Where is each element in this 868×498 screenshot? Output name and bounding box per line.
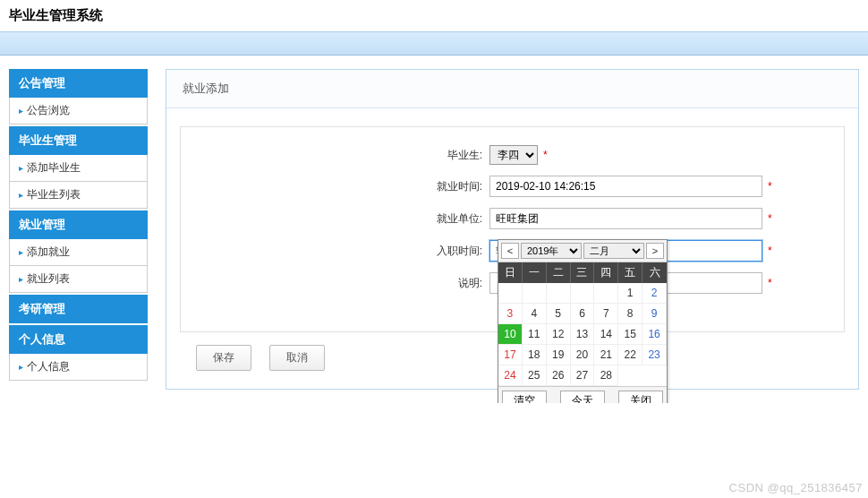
dp-day[interactable]: 11 (523, 324, 547, 345)
dp-weekday: 一 (523, 262, 547, 283)
dp-day-empty (547, 283, 571, 304)
label-hiretime: 入职时间: (194, 244, 489, 259)
nav-item-label: 添加就业 (27, 245, 70, 260)
dp-today-button[interactable]: 今天 (560, 391, 605, 403)
dp-weekday: 三 (571, 262, 595, 283)
dp-day[interactable]: 15 (618, 324, 642, 345)
dp-day[interactable]: 6 (571, 304, 595, 324)
dp-year-select[interactable]: 2019年 (521, 243, 582, 259)
nav-item-label: 公告浏览 (27, 103, 70, 118)
dp-weekday: 四 (594, 262, 618, 283)
dp-day[interactable]: 28 (594, 365, 618, 386)
dp-header: < 2019年 二月 > (498, 240, 667, 262)
dp-footer: 清空 今天 关闭 (498, 386, 667, 403)
dp-day[interactable]: 5 (547, 304, 571, 324)
dp-day[interactable]: 16 (642, 324, 667, 345)
dp-next[interactable]: > (646, 243, 664, 259)
label-company: 就业单位: (194, 211, 489, 227)
nav-header[interactable]: 就业管理 (9, 210, 148, 239)
dp-close-button[interactable]: 关闭 (618, 391, 663, 403)
nav-section: 毕业生管理▸添加毕业生▸毕业生列表 (9, 126, 148, 209)
dp-weekday: 六 (642, 262, 667, 283)
required-mark: * (543, 149, 548, 161)
nav-item[interactable]: ▸添加就业 (9, 239, 148, 266)
dp-day[interactable]: 13 (571, 324, 595, 345)
dp-weekday: 日 (498, 262, 523, 283)
row-jobtime: 就业时间: * (194, 176, 830, 197)
dp-weekdays: 日一二三四五六 (498, 262, 667, 283)
dp-day[interactable]: 4 (523, 304, 547, 324)
nav-item-label: 个人信息 (27, 359, 70, 374)
dp-day[interactable]: 12 (547, 324, 571, 345)
main-container: 公告管理▸公告浏览毕业生管理▸添加毕业生▸毕业生列表就业管理▸添加就业▸就业列表… (0, 56, 868, 403)
label-jobtime: 就业时间: (194, 179, 489, 194)
dp-day-empty (571, 283, 595, 304)
input-company[interactable] (489, 208, 762, 229)
dp-day[interactable]: 27 (571, 365, 595, 386)
nav-header[interactable]: 毕业生管理 (9, 126, 148, 155)
form-panel: 就业添加 毕业生: 李四 * 就业时间: (166, 69, 859, 390)
cancel-button[interactable]: 取消 (269, 345, 325, 371)
nav-item-label: 添加毕业生 (27, 160, 81, 176)
nav-section: 个人信息▸个人信息 (9, 325, 148, 381)
dp-day[interactable]: 14 (594, 324, 618, 345)
input-jobtime[interactable] (489, 176, 762, 197)
dp-day[interactable]: 17 (498, 345, 523, 365)
label-graduate: 毕业生: (194, 148, 489, 163)
dp-day[interactable]: 10 (498, 324, 523, 345)
chevron-right-icon: ▸ (19, 163, 23, 173)
label-desc: 说明: (194, 276, 489, 291)
dp-day[interactable]: 2 (642, 283, 667, 304)
dp-day[interactable]: 9 (642, 304, 667, 324)
nav-item[interactable]: ▸添加毕业生 (9, 155, 148, 182)
required-mark: * (768, 277, 772, 289)
main-content: 就业添加 毕业生: 李四 * 就业时间: (166, 69, 859, 390)
panel-title: 就业添加 (166, 70, 858, 108)
dp-day[interactable]: 22 (618, 345, 642, 365)
dp-clear-button[interactable]: 清空 (502, 391, 547, 403)
nav-item[interactable]: ▸毕业生列表 (9, 182, 148, 209)
top-bar (0, 32, 868, 56)
dp-weekday: 五 (618, 262, 642, 283)
panel-body: 毕业生: 李四 * 就业时间: * (166, 108, 858, 389)
dp-day[interactable]: 18 (523, 345, 547, 365)
nav-item-label: 就业列表 (27, 271, 70, 287)
chevron-right-icon: ▸ (19, 190, 23, 200)
nav-section: 考研管理 (9, 295, 148, 323)
row-company: 就业单位: * (194, 208, 830, 229)
required-mark: * (768, 212, 772, 225)
nav-header[interactable]: 考研管理 (9, 295, 148, 323)
nav-item[interactable]: ▸个人信息 (9, 354, 148, 381)
row-graduate: 毕业生: 李四 * (194, 145, 830, 165)
nav-section: 公告管理▸公告浏览 (9, 69, 148, 124)
app-title: 毕业生管理系统 (9, 7, 859, 24)
dp-day[interactable]: 25 (523, 365, 547, 386)
app-header: 毕业生管理系统 (0, 0, 868, 32)
dp-month-select[interactable]: 二月 (583, 243, 644, 259)
select-graduate[interactable]: 李四 (489, 145, 538, 165)
dp-day[interactable]: 3 (498, 304, 523, 324)
dp-prev[interactable]: < (501, 243, 519, 259)
dp-day[interactable]: 26 (547, 365, 571, 386)
chevron-right-icon: ▸ (19, 106, 23, 116)
required-mark: * (768, 180, 772, 193)
save-button[interactable]: 保存 (196, 345, 251, 371)
nav-item[interactable]: ▸就业列表 (9, 266, 148, 293)
dp-day-empty (594, 283, 618, 304)
chevron-right-icon: ▸ (19, 274, 23, 284)
dp-day[interactable]: 19 (547, 345, 571, 365)
dp-days-grid: 1234567891011121314151617181920212223242… (498, 283, 667, 386)
nav-item-label: 毕业生列表 (27, 187, 81, 202)
dp-day[interactable]: 8 (618, 304, 642, 324)
dp-day[interactable]: 21 (594, 345, 618, 365)
dp-day[interactable]: 20 (571, 345, 595, 365)
dp-day[interactable]: 7 (594, 304, 618, 324)
dp-day[interactable]: 23 (642, 345, 667, 365)
nav-header[interactable]: 个人信息 (9, 325, 148, 354)
dp-day-empty (523, 283, 547, 304)
dp-day[interactable]: 1 (618, 283, 642, 304)
nav-item[interactable]: ▸公告浏览 (9, 98, 148, 124)
dp-day-empty (498, 283, 523, 304)
nav-header[interactable]: 公告管理 (9, 69, 148, 98)
dp-day[interactable]: 24 (498, 365, 523, 386)
